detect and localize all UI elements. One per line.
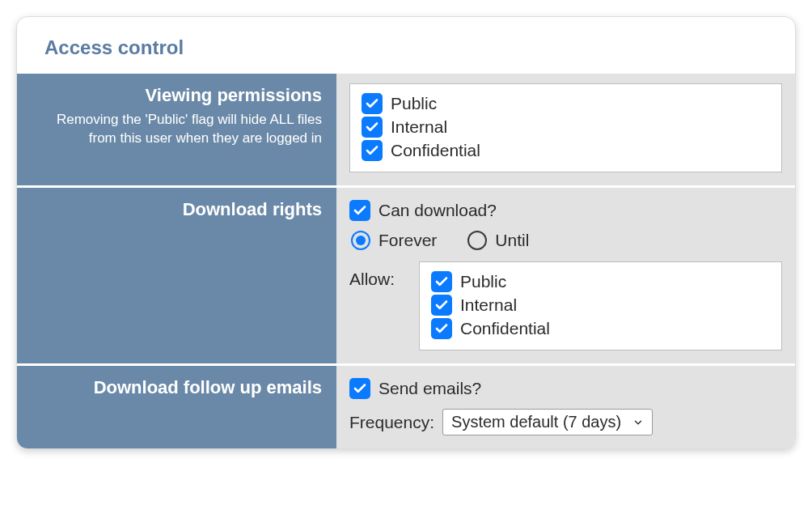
allow-label: Allow: [349, 261, 404, 289]
viewing-label-cell: Viewing permissions Removing the 'Public… [17, 74, 336, 187]
viewing-internal-row: Internal [362, 117, 770, 138]
allow-internal-row: Internal [431, 295, 770, 316]
check-icon [434, 274, 449, 289]
allow-row: Allow: Public Internal [349, 261, 782, 350]
row-viewing-permissions: Viewing permissions Removing the 'Public… [17, 74, 795, 187]
until-radio[interactable] [467, 231, 487, 250]
send-emails-checkbox[interactable] [349, 378, 370, 399]
frequency-row: Frequency: System default (7 days) [349, 409, 782, 435]
can-download-checkbox[interactable] [349, 200, 370, 221]
can-download-row: Can download? [349, 200, 782, 221]
viewing-confidential-label: Confidential [391, 141, 480, 160]
settings-table: Viewing permissions Removing the 'Public… [17, 74, 795, 448]
viewing-label: Viewing permissions [32, 85, 322, 106]
viewing-public-label: Public [391, 94, 437, 113]
allow-confidential-row: Confidential [431, 318, 770, 339]
row-follow-up-emails: Download follow up emails Send emails? F… [17, 365, 795, 449]
can-download-label: Can download? [379, 201, 497, 220]
viewing-internal-label: Internal [391, 117, 447, 137]
download-value-cell: Can download? Forever Until Allow: [336, 187, 795, 365]
check-icon [353, 381, 367, 396]
send-emails-row: Send emails? [349, 378, 782, 399]
emails-label: Download follow up emails [32, 377, 322, 398]
viewing-public-checkbox[interactable] [362, 93, 383, 114]
allow-internal-label: Internal [460, 295, 517, 315]
send-emails-label: Send emails? [379, 379, 481, 398]
download-label-cell: Download rights [17, 187, 336, 365]
allow-internal-checkbox[interactable] [431, 295, 452, 316]
panel-title: Access control [44, 36, 795, 59]
allow-options-box: Public Internal Confidenti [419, 261, 782, 350]
forever-radio[interactable] [351, 231, 370, 250]
row-download-rights: Download rights Can download? Forever Un… [17, 187, 795, 365]
viewing-desc: Removing the 'Public' flag will hide ALL… [32, 111, 322, 148]
allow-public-row: Public [431, 271, 770, 292]
viewing-internal-checkbox[interactable] [362, 117, 383, 138]
access-control-panel: Access control Viewing permissions Remov… [16, 16, 796, 449]
viewing-options-box: Public Internal Confidential [349, 83, 782, 172]
viewing-public-row: Public [362, 93, 770, 114]
duration-radio-group: Forever Until [351, 231, 782, 250]
allow-confidential-label: Confidential [460, 319, 550, 338]
emails-label-cell: Download follow up emails [17, 365, 336, 449]
frequency-label: Frequency: [349, 413, 434, 432]
check-icon [365, 96, 379, 111]
chevron-down-icon [632, 417, 644, 428]
frequency-select[interactable]: System default (7 days) [442, 409, 653, 435]
check-icon [434, 321, 449, 336]
check-icon [365, 143, 379, 158]
forever-label: Forever [379, 231, 437, 250]
frequency-value: System default (7 days) [451, 413, 621, 431]
emails-value-cell: Send emails? Frequency: System default (… [336, 365, 795, 449]
allow-public-label: Public [460, 272, 506, 291]
allow-confidential-checkbox[interactable] [431, 318, 452, 339]
allow-public-checkbox[interactable] [431, 271, 452, 292]
until-label: Until [495, 231, 529, 250]
viewing-value-cell: Public Internal Confidential [336, 74, 795, 187]
viewing-confidential-checkbox[interactable] [362, 140, 383, 161]
download-label: Download rights [32, 199, 322, 220]
check-icon [434, 298, 449, 312]
viewing-confidential-row: Confidential [362, 140, 770, 161]
check-icon [365, 120, 379, 134]
check-icon [353, 203, 367, 218]
